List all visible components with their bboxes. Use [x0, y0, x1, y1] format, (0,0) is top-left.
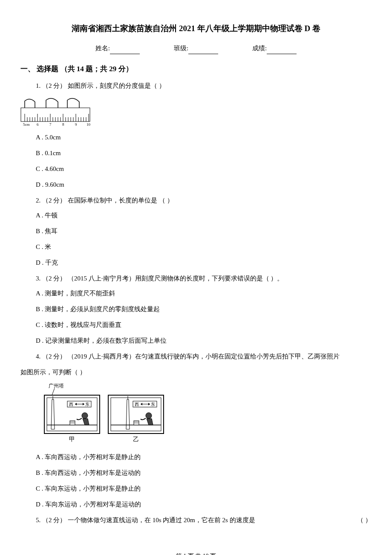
class-blank [188, 54, 218, 54]
east-label-a: 东 [85, 402, 89, 407]
question-1: 1. （2 分） 如图所示，刻度尺的分度值是（ ） [36, 80, 372, 92]
class-field: 班级: [174, 43, 218, 54]
west-label-b: 西 [135, 402, 139, 407]
q2-option-d: D . 千克 [36, 257, 372, 269]
q4-option-c: C . 车向东运动，小芳相对车是静止的 [36, 483, 372, 494]
q5-paren: （ ） [357, 515, 372, 526]
q1-options: A . 5.0cm B . 0.1cm C . 4.60cm D . 9.60c… [36, 132, 372, 191]
tower-label: 广州塔 [49, 383, 64, 389]
q1-stem: 1. （2 分） 如图所示，刻度尺的分度值是（ ） [36, 80, 372, 92]
q1-option-d: D . 9.60cm [36, 179, 372, 191]
q4-option-d: D . 车向东运动，小芳相对车是运动的 [36, 499, 372, 510]
q3-option-b: B . 测量时，必须从刻度尺的零刻度线处量起 [36, 304, 372, 315]
name-label: 姓名: [95, 45, 110, 52]
ruler-tick-5cm: 5cm [23, 122, 30, 127]
name-field: 姓名: [95, 43, 140, 54]
score-field: 成绩: [252, 43, 297, 54]
svg-point-37 [82, 413, 88, 419]
question-5: 5. （2 分） 一个物体做匀速直线运动，在 10s 内通过 20m，它在前 2… [36, 515, 372, 529]
q2-option-c: C . 米 [36, 241, 372, 253]
page-footer: 第 1 页 共 10 页 [20, 551, 372, 555]
q4-option-b: B . 车向西运动，小芳相对车是运动的 [36, 467, 372, 479]
svg-rect-46 [134, 421, 139, 425]
svg-rect-36 [70, 421, 75, 425]
q3-option-d: D . 记录测量结果时，必须在数字后面写上单位 [36, 335, 372, 347]
q2-stem: 2. （2 分） 在国际单位制中，长度的单位是 （ ） [36, 195, 372, 206]
caption-b: 乙 [133, 436, 139, 442]
caption-a: 甲 [69, 436, 75, 442]
q3-stem: 3. （2 分） （2015 八上·南宁月考）用刻度尺测物体的长度时，下列要求错… [36, 273, 372, 284]
q1-figure-ruler: 5cm 6 7 8 9 10 [20, 96, 372, 127]
score-label: 成绩: [252, 45, 267, 52]
score-blank [267, 54, 297, 54]
ruler-tick-7: 7 [49, 122, 52, 127]
q1-option-b: B . 0.1cm [36, 147, 372, 159]
question-3: 3. （2 分） （2015 八上·南宁月考）用刻度尺测物体的长度时，下列要求错… [36, 273, 372, 347]
svg-point-47 [146, 413, 152, 419]
west-label-a: 西 [69, 402, 73, 407]
q2-option-b: B . 焦耳 [36, 225, 372, 237]
section-heading: 一、 选择题 （共 14 题；共 29 分） [20, 63, 372, 76]
question-4: 4. （2 分） （2019 八上·揭西月考）在匀速直线行驶的车内，小明在固定位… [36, 351, 372, 362]
question-2: 2. （2 分） 在国际单位制中，长度的单位是 （ ） A . 牛顿 B . 焦… [36, 195, 372, 269]
class-label: 班级: [174, 45, 188, 52]
east-label-b: 东 [151, 402, 155, 407]
ruler-tick-6: 6 [37, 122, 39, 127]
q5-stem: 5. （2 分） 一个物体做匀速直线运动，在 10s 内通过 20m，它在前 2… [36, 515, 255, 526]
ruler-tick-10: 10 [86, 122, 91, 127]
q2-option-a: A . 牛顿 [36, 210, 372, 221]
q3-option-c: C . 读数时，视线应与尺面垂直 [36, 319, 372, 331]
q4-options: A . 车向西运动，小芳相对车是静止的 B . 车向西运动，小芳相对车是运动的 … [36, 451, 372, 510]
q4-figure-photos: 广州塔 西 东 甲 西 东 [36, 382, 372, 446]
exam-title: 湖南省湘西土家族苗族自治州 2021 年八年级上学期期中物理试卷 D 卷 [20, 21, 372, 36]
q4-stem-part2: 如图所示，可判断（ ） [20, 367, 372, 378]
q4-option-a: A . 车向西运动，小芳相对车是静止的 [36, 451, 372, 463]
q1-option-c: C . 4.60cm [36, 163, 372, 175]
ruler-tick-8: 8 [62, 122, 64, 127]
q3-option-a: A . 测量时，刻度尺不能歪斜 [36, 288, 372, 299]
svg-line-27 [52, 388, 55, 395]
ruler-tick-9: 9 [75, 122, 77, 127]
q4-stem-part1: 4. （2 分） （2019 八上·揭西月考）在匀速直线行驶的车内，小明在固定位… [36, 351, 372, 362]
student-info-row: 姓名: 班级: 成绩: [20, 43, 372, 54]
q1-option-a: A . 5.0cm [36, 132, 372, 143]
name-blank [110, 54, 140, 54]
